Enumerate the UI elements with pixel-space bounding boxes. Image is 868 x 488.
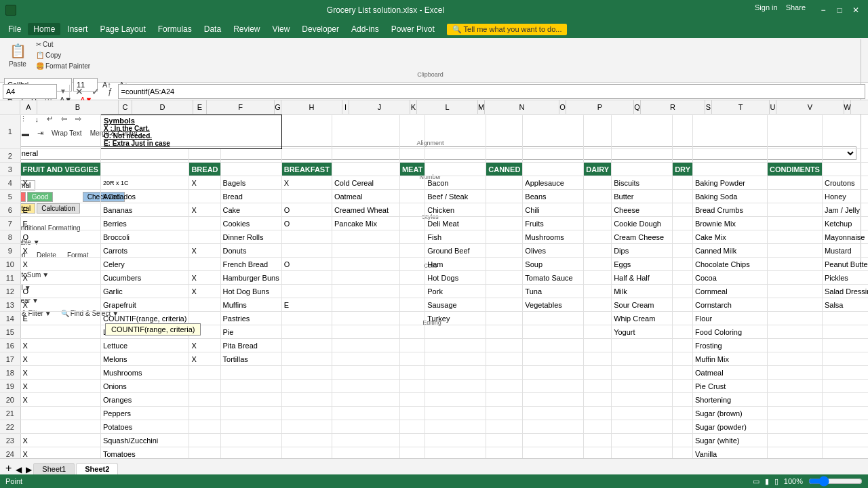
cell-O19[interactable] xyxy=(768,380,823,393)
cell-F17[interactable] xyxy=(332,352,399,366)
cell-M14[interactable] xyxy=(673,312,693,325)
cell-E5[interactable] xyxy=(281,190,332,203)
cell-I12[interactable] xyxy=(486,285,523,298)
row-num-18[interactable]: 18 xyxy=(0,366,20,380)
cell-B5[interactable]: Avocados xyxy=(100,190,189,203)
minimize-button[interactable]: − xyxy=(816,3,830,17)
cell-M19[interactable] xyxy=(673,380,693,393)
share-button[interactable]: Share xyxy=(786,3,806,17)
cell-O11[interactable] xyxy=(768,271,823,285)
cell-O14[interactable] xyxy=(768,312,823,325)
col-header-U[interactable]: U xyxy=(770,100,776,114)
cell-N9[interactable]: Canned Milk xyxy=(693,244,768,258)
cell-I10[interactable] xyxy=(486,258,523,271)
cell-J18[interactable] xyxy=(523,366,584,380)
cell-H21[interactable] xyxy=(425,407,486,420)
paste-button[interactable]: 📋 Paste xyxy=(4,39,31,71)
cell-J12[interactable]: Tuna xyxy=(523,285,584,298)
cell-A20[interactable]: X xyxy=(20,393,100,407)
cell-L6[interactable]: Cheese xyxy=(612,203,673,217)
cell-I23[interactable] xyxy=(486,434,523,447)
cell-P13[interactable]: Salsa xyxy=(822,298,868,312)
cut-button[interactable]: ✂ Cut xyxy=(33,39,94,49)
cell-A2[interactable] xyxy=(20,149,100,163)
cell-G17[interactable] xyxy=(399,352,425,366)
cell-L20[interactable] xyxy=(612,393,673,407)
cell-H22[interactable] xyxy=(425,420,486,434)
cell-D14[interactable]: Pastries xyxy=(220,312,281,325)
row-num-8[interactable]: 8 xyxy=(0,230,20,244)
col-header-N[interactable]: N xyxy=(485,100,559,114)
cell-I24[interactable] xyxy=(486,447,523,459)
cell-O4[interactable] xyxy=(768,176,823,190)
cell-N5[interactable]: Baking Soda xyxy=(693,190,768,203)
cell-L1[interactable] xyxy=(612,115,673,149)
cell-G8[interactable] xyxy=(399,230,425,244)
menu-developer[interactable]: Developer xyxy=(296,23,344,35)
cell-A1[interactable] xyxy=(20,115,100,149)
cell-D24[interactable] xyxy=(220,447,281,459)
cell-N24[interactable]: Vanilla xyxy=(693,447,768,459)
cell-K4[interactable] xyxy=(584,176,612,190)
cell-N4[interactable]: Baking Powder xyxy=(693,176,768,190)
cell-J15[interactable] xyxy=(523,325,584,339)
cell-P3[interactable] xyxy=(822,163,868,176)
cell-O6[interactable] xyxy=(768,203,823,217)
cell-F2[interactable] xyxy=(332,149,399,163)
cell-F24[interactable] xyxy=(332,447,399,459)
cell-L23[interactable] xyxy=(612,434,673,447)
cell-B10[interactable]: Celery xyxy=(100,258,189,271)
cell-P9[interactable]: Mustard xyxy=(822,244,868,258)
cell-E19[interactable] xyxy=(281,380,332,393)
sheet-tab-sheet2[interactable]: Sheet2 xyxy=(76,463,118,474)
restore-button[interactable]: □ xyxy=(833,3,846,17)
cell-K20[interactable] xyxy=(584,393,612,407)
cell-J7[interactable]: Fruits xyxy=(523,217,584,230)
cell-N17[interactable]: Muffin Mix xyxy=(693,352,768,366)
cell-I15[interactable] xyxy=(486,325,523,339)
cell-L24[interactable] xyxy=(612,447,673,459)
cell-J2[interactable] xyxy=(523,149,584,163)
cell-P20[interactable] xyxy=(822,393,868,407)
cell-D22[interactable] xyxy=(220,420,281,434)
cell-C15[interactable] xyxy=(189,325,220,339)
cell-C3[interactable]: BREAD xyxy=(189,163,220,176)
cell-L13[interactable]: Sour Cream xyxy=(612,298,673,312)
cell-N12[interactable]: Cornmeal xyxy=(693,285,768,298)
cell-B8[interactable]: Broccoli xyxy=(100,230,189,244)
cell-D5[interactable]: Bread xyxy=(220,190,281,203)
cell-I21[interactable] xyxy=(486,407,523,420)
cell-F10[interactable] xyxy=(332,258,399,271)
cell-N13[interactable]: Cornstarch xyxy=(693,298,768,312)
cell-D23[interactable] xyxy=(220,434,281,447)
row-num-14[interactable]: 14 xyxy=(0,312,20,325)
cell-M21[interactable] xyxy=(673,407,693,420)
col-header-G[interactable]: G xyxy=(275,100,281,114)
cell-E17[interactable] xyxy=(281,352,332,366)
cell-P19[interactable] xyxy=(822,380,868,393)
cell-L9[interactable]: Dips xyxy=(612,244,673,258)
cell-C24[interactable] xyxy=(189,447,220,459)
cell-M17[interactable] xyxy=(673,352,693,366)
cell-F6[interactable]: Creamed Wheat xyxy=(332,203,399,217)
cell-L18[interactable] xyxy=(612,366,673,380)
cell-H18[interactable] xyxy=(425,366,486,380)
cell-J24[interactable] xyxy=(523,447,584,459)
cell-D18[interactable] xyxy=(220,366,281,380)
cell-H12[interactable]: Pork xyxy=(425,285,486,298)
cell-D15[interactable]: Pie xyxy=(220,325,281,339)
cell-I19[interactable] xyxy=(486,380,523,393)
col-header-P[interactable]: P xyxy=(566,100,634,114)
close-button[interactable]: ✕ xyxy=(849,3,863,17)
cell-H19[interactable] xyxy=(425,380,486,393)
cell-J16[interactable] xyxy=(523,339,584,352)
cell-G9[interactable] xyxy=(399,244,425,258)
cell-A18[interactable]: X xyxy=(20,366,100,380)
cell-E9[interactable] xyxy=(281,244,332,258)
cell-I13[interactable] xyxy=(486,298,523,312)
row-num-24[interactable]: 24 xyxy=(0,447,20,459)
cell-K22[interactable] xyxy=(584,420,612,434)
cell-C12[interactable]: X xyxy=(189,285,220,298)
cell-K16[interactable] xyxy=(584,339,612,352)
copy-button[interactable]: 📋 Copy xyxy=(33,50,94,60)
